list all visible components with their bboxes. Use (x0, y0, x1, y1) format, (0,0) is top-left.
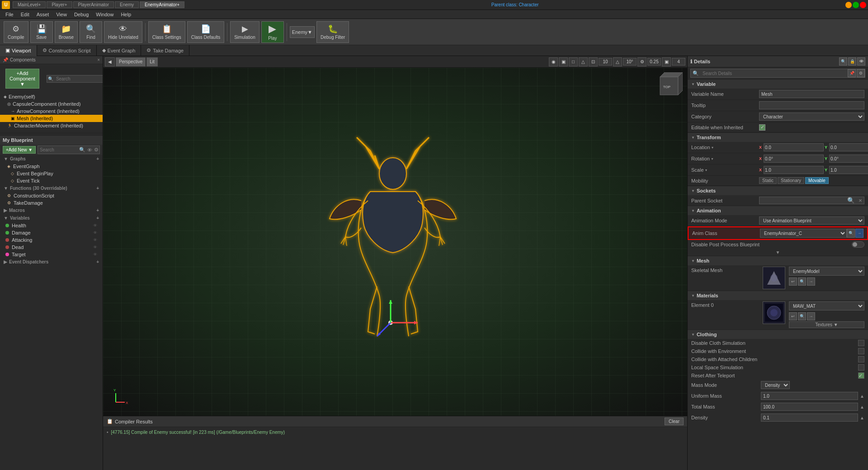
comp-mesh[interactable]: ▣ Mesh (Inherited) (0, 115, 103, 122)
mobility-static[interactable]: Static (759, 177, 777, 184)
editable-checkbox[interactable]: ✓ (759, 124, 765, 131)
play-button[interactable]: ▶ Play (261, 21, 284, 43)
rotation-x-field[interactable] (764, 155, 824, 163)
cam-icon-2[interactable]: ▣ (559, 57, 568, 66)
anim-class-select[interactable]: EnemyAnimator_C (760, 229, 847, 238)
density-arrow[interactable]: ▲ (860, 415, 864, 420)
parent-class-value[interactable]: Character (519, 2, 538, 7)
animation-section-header[interactable]: Animation (688, 206, 868, 215)
comp-arrow[interactable]: → ArrowComponent (Inherited) (0, 108, 103, 115)
nav-cube[interactable]: TOP (656, 72, 683, 100)
anim-mode-select[interactable]: Use Animation Blueprint (759, 216, 864, 225)
details-lock-icon[interactable]: 🔒 (848, 57, 856, 66)
functions-section[interactable]: ▼ Functions (30 Overridable) + (0, 184, 103, 192)
construction-script-item[interactable]: ⚙ ConstructionScript (0, 192, 103, 199)
variables-section[interactable]: ▼ Variables + (0, 214, 103, 222)
bp-add-button[interactable]: +Add New ▼ (3, 146, 36, 154)
class-settings-button[interactable]: 📋 Class Settings (148, 21, 185, 43)
snap-icon[interactable]: △ (613, 57, 622, 66)
component-search-input[interactable] (54, 75, 103, 82)
var-health[interactable]: Health 👁 (0, 222, 103, 229)
menu-help[interactable]: Help (117, 12, 135, 17)
scale-y-field[interactable] (829, 166, 868, 174)
socket-search-input[interactable] (760, 197, 845, 204)
lit-button[interactable]: Lit (146, 57, 158, 66)
details-filter-icon[interactable]: ⚙ (857, 69, 865, 77)
menu-edit[interactable]: Edit (17, 12, 33, 17)
save-button[interactable]: 💾 Save (30, 21, 53, 43)
cam-icon-4[interactable]: △ (579, 57, 588, 66)
total-mass-arrow[interactable]: ▲ (860, 404, 864, 409)
blueprint-settings-icon[interactable]: ⚙ (93, 146, 99, 154)
comp-capsule[interactable]: ◎ CapsuleComponent (Inherited) (0, 100, 103, 108)
collide-attached-check[interactable] (858, 356, 864, 362)
density-input[interactable] (761, 414, 858, 422)
minimize-button[interactable] (845, 2, 852, 8)
macros-section[interactable]: ▶ Macros + (0, 207, 103, 214)
materials-section-header[interactable]: Materials (688, 291, 868, 300)
menu-debug[interactable]: Debug (71, 12, 92, 17)
health-eye[interactable]: 👁 (93, 223, 97, 228)
maximize-button[interactable] (853, 2, 859, 8)
details-pin-icon[interactable]: 📌 (848, 69, 856, 77)
location-x-field[interactable] (764, 143, 824, 151)
mesh-action-1[interactable]: ↩ (789, 277, 797, 286)
material-select[interactable]: MAW_MAT (789, 301, 864, 310)
tab-construction-script[interactable]: ⚙ Construction Script (37, 45, 97, 56)
damage-eye[interactable]: 👁 (93, 230, 97, 235)
tab-enemyanimator[interactable]: EnemyAnimator+ (140, 1, 184, 8)
target-eye[interactable]: 👁 (93, 252, 97, 257)
scale-arrow[interactable]: Scale (691, 167, 759, 173)
dead-eye[interactable]: 👁 (93, 245, 97, 249)
cam-icon-1[interactable]: ◉ (549, 57, 558, 66)
mesh-select[interactable]: EnemyModel (789, 267, 864, 276)
variables-add-icon[interactable]: + (96, 216, 99, 221)
details-search-input[interactable] (701, 70, 848, 77)
variable-name-input[interactable] (759, 90, 864, 98)
tab-event-graph[interactable]: ◆ Event Graph (97, 45, 142, 56)
disable-cloth-check[interactable] (858, 340, 864, 346)
graphs-add-icon[interactable]: + (96, 156, 99, 161)
sockets-section-header[interactable]: Sockets (688, 186, 868, 195)
event-dispatchers-section[interactable]: ▶ Event Dispatchers + (0, 258, 103, 266)
var-attacking[interactable]: Attacking 👁 (0, 236, 103, 244)
graphs-section[interactable]: ▼ Graphs + (0, 155, 103, 163)
anim-navigate-icon[interactable]: → (855, 229, 863, 238)
clothing-section-header[interactable]: Clothing (688, 330, 868, 339)
var-target[interactable]: Target 👁 (0, 251, 103, 258)
class-defaults-button[interactable]: 📄 Class Defaults (187, 21, 224, 43)
tab-playeranimator[interactable]: PlayerAnimator (73, 1, 114, 8)
textures-button[interactable]: Textures ▼ (789, 321, 864, 328)
scale-x-field[interactable] (764, 166, 824, 174)
post-process-toggle[interactable] (852, 241, 864, 248)
take-damage-item[interactable]: ⚙ TakeDamage (0, 199, 103, 207)
comp-character-movement[interactable]: 🏃 CharacterMovement (Inherited) (0, 122, 103, 129)
menu-window[interactable]: Window (92, 12, 117, 17)
menu-asset[interactable]: Asset (33, 12, 53, 17)
mass-mode-select[interactable]: Density (761, 381, 790, 389)
mesh-section-header[interactable]: Mesh (688, 256, 868, 265)
tab-mainlevel[interactable]: MainLevel+ (13, 1, 46, 8)
uniform-mass-arrow[interactable]: ▲ (860, 394, 864, 399)
tab-player[interactable]: Player+ (47, 1, 72, 8)
var-damage[interactable]: Damage 👁 (0, 229, 103, 236)
find-button[interactable]: 🔍 Find (80, 21, 102, 43)
enemy-dropdown[interactable]: Enemy▼ (290, 26, 315, 38)
compile-button[interactable]: ⚙ Compile (4, 21, 28, 43)
browse-button[interactable]: 📁 Browse (55, 21, 78, 43)
event-tick-item[interactable]: ◇ Event Tick (0, 177, 103, 184)
tab-take-damage[interactable]: ⚙ Take Damage (141, 45, 189, 56)
rotation-y-field[interactable] (829, 155, 868, 163)
socket-search-icon[interactable]: 🔍 (845, 197, 857, 204)
total-mass-input[interactable] (761, 403, 858, 411)
reset-teleport-check[interactable]: ✓ (858, 372, 864, 379)
mobility-movable[interactable]: Movable (805, 177, 829, 184)
menu-view[interactable]: View (52, 12, 71, 17)
mat-action-1[interactable]: ↩ (789, 312, 797, 320)
blueprint-filter-icon[interactable]: 👁 (86, 146, 93, 154)
blueprint-header[interactable]: My Blueprint (0, 136, 103, 145)
location-y-field[interactable] (829, 143, 868, 151)
location-arrow[interactable]: Location (691, 145, 759, 150)
mobility-stationary[interactable]: Stationary (778, 177, 804, 184)
mesh-action-2[interactable]: 🔍 (798, 277, 806, 286)
